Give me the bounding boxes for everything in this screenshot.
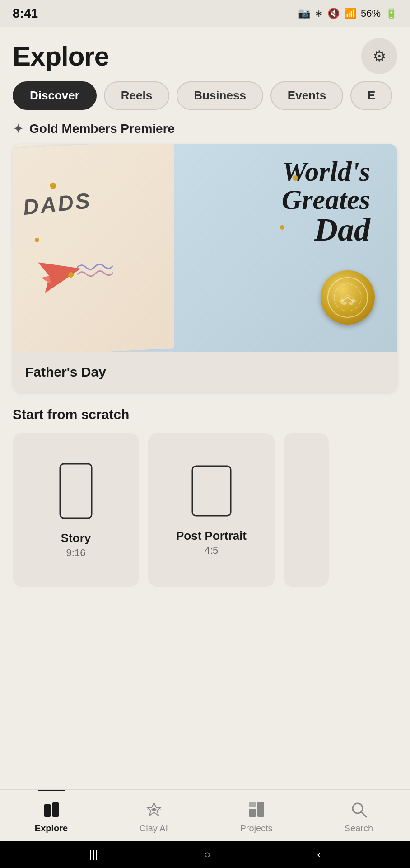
post-portrait-card-ratio: 4:5 [205, 545, 219, 557]
projects-icon [247, 801, 266, 821]
scratch-cards-row: Story 9:16 Post Portrait 4:5 [13, 433, 397, 587]
nav-item-explore[interactable]: Explore [0, 797, 102, 837]
svg-rect-14 [249, 809, 256, 817]
filter-tabs: Discover Reels Business Events E [0, 81, 410, 121]
battery-icon: 🔋 [385, 8, 397, 19]
gold-dot-1 [50, 182, 56, 189]
gold-members-section-label: ✦ Gold Members Premiere [0, 121, 410, 144]
camera-icon: 📷 [298, 8, 310, 19]
tab-business[interactable]: Business [177, 81, 263, 110]
tab-reels[interactable]: Reels [104, 81, 169, 110]
svg-rect-8 [192, 466, 231, 516]
svg-point-5 [342, 302, 347, 305]
settings-button[interactable]: ⚙ [361, 38, 397, 74]
search-icon [350, 801, 368, 821]
svg-rect-16 [249, 802, 256, 807]
android-back-button[interactable]: ‹ [317, 848, 321, 861]
scratch-section-title: Start from scratch [13, 407, 397, 422]
gold-star-icon: ✦ [13, 121, 24, 137]
scratch-section: Start from scratch Story 9:16 Post Portr… [0, 407, 410, 598]
bluetooth-icon: ∗ [315, 8, 323, 19]
android-home-button[interactable]: ○ [204, 848, 211, 861]
nav-label-search: Search [345, 823, 373, 834]
clay-ai-icon [145, 801, 163, 821]
tab-events[interactable]: Events [270, 81, 343, 110]
mute-icon: 🔇 [327, 8, 340, 19]
gold-dot-r1 [293, 175, 298, 181]
nav-label-explore: Explore [35, 823, 68, 834]
dads-text: DADS [22, 188, 93, 220]
nav-label-projects: Projects [240, 823, 272, 834]
scratch-card-partial [284, 433, 329, 587]
status-icons: 📷 ∗ 🔇 📶 56% 🔋 [298, 8, 397, 19]
svg-rect-7 [60, 464, 92, 518]
dad-text-line: Dad [282, 213, 370, 246]
gold-seal-inner [327, 277, 368, 318]
tab-discover[interactable]: Discover [13, 81, 97, 110]
android-nav-bar: ||| ○ ‹ [0, 841, 410, 868]
svg-rect-15 [257, 802, 264, 817]
feature-card-title: Father's Day [25, 364, 106, 379]
gold-members-text: Gold Members Premiere [29, 122, 175, 136]
greates-text-line: Greates [282, 185, 370, 213]
svg-point-6 [348, 302, 353, 305]
card-left-panel: DADS [13, 144, 198, 352]
gold-dot-r2 [280, 225, 284, 230]
post-portrait-frame-icon [190, 464, 233, 520]
header: Explore ⚙ [0, 27, 410, 81]
nav-item-clay-ai[interactable]: Clay AI [102, 797, 205, 837]
nav-item-projects[interactable]: Projects [205, 797, 308, 837]
gear-icon: ⚙ [373, 47, 386, 65]
worlds-greatest-text: World's Greates Dad [282, 157, 370, 246]
gold-seal [321, 270, 375, 325]
wifi-icon: 📶 [344, 8, 356, 19]
page-title: Explore [13, 41, 109, 72]
nav-label-clay-ai: Clay AI [140, 823, 168, 834]
feature-card-fathers-day[interactable]: DADS World's [13, 144, 397, 392]
android-recent-button[interactable]: ||| [89, 848, 98, 861]
wavy-lines [77, 261, 114, 283]
story-card-ratio: 9:16 [66, 547, 86, 559]
explore-icon [42, 801, 61, 821]
story-frame-icon [58, 462, 94, 522]
svg-rect-9 [44, 804, 51, 817]
bottom-nav: Explore Clay AI Projects [0, 789, 410, 841]
tab-extra[interactable]: E [350, 81, 392, 110]
svg-rect-10 [52, 802, 59, 817]
scratch-card-story[interactable]: Story 9:16 [13, 433, 139, 587]
feature-card-footer: Father's Day [13, 352, 397, 392]
nav-item-search[interactable]: Search [308, 797, 410, 837]
worlds-text-line: World's [282, 157, 370, 185]
scratch-card-post-portrait[interactable]: Post Portrait 4:5 [148, 433, 275, 587]
svg-line-18 [361, 812, 366, 817]
status-time: 8:41 [13, 6, 38, 21]
story-card-label: Story [61, 531, 91, 545]
post-portrait-card-label: Post Portrait [176, 529, 247, 543]
gold-dot-2 [34, 237, 39, 242]
battery-level: 56% [361, 8, 381, 19]
card-right-panel: World's Greates Dad [174, 144, 397, 352]
feature-card-image: DADS World's [13, 144, 397, 352]
status-bar: 8:41 📷 ∗ 🔇 📶 56% 🔋 [0, 0, 410, 27]
